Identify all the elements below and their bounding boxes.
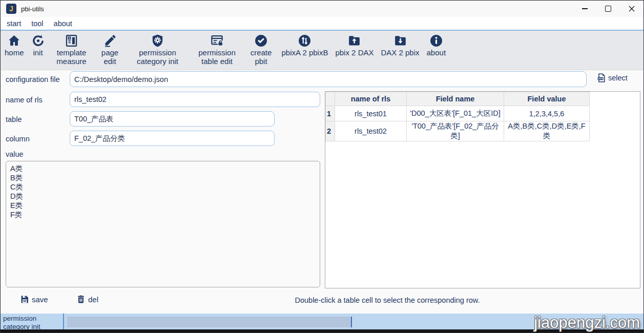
toolbar-init[interactable]: init (31, 34, 45, 57)
row-number: 2 (326, 121, 335, 141)
template-measure-icon (65, 34, 78, 48)
pbix-2-dax-icon (347, 34, 361, 48)
save-button[interactable]: save (20, 295, 48, 304)
close-button[interactable] (620, 1, 643, 17)
watermark: jiaopengzi.com (534, 314, 640, 331)
status-task-label: permission category init (3, 315, 60, 330)
header-field-name: Field name (407, 92, 504, 106)
config-file-label: configuration file (6, 75, 60, 84)
page-edit-icon (103, 34, 117, 48)
toolbar-page-edit[interactable]: page edit (98, 34, 122, 66)
app-icon: J (6, 4, 16, 14)
table-row: 1 rls_test01 'D00_大区表'[F_01_大区ID] 1,2,3,… (326, 106, 590, 121)
toolbar-create-pbit[interactable]: create pbit (248, 34, 275, 66)
toolbar-home[interactable]: home (5, 34, 24, 57)
select-file-button[interactable]: JSON select (596, 73, 628, 83)
del-label: del (88, 295, 98, 304)
toolbar-dax-2-pbix[interactable]: DAX 2 pbix (381, 34, 419, 57)
app-icon-letter: J (9, 5, 13, 13)
minimize-button[interactable] (573, 1, 596, 17)
double-click-hint: Double-click a table cell to select the … (295, 296, 480, 304)
menu-bar: start tool about (1, 17, 643, 30)
toolbar-pbix-2-dax[interactable]: pbix 2 DAX (335, 34, 373, 57)
toolbar-about[interactable]: about (427, 34, 446, 57)
about-icon (429, 34, 443, 48)
table-row: 2 rls_test02 'T00_产品表'[F_02_产品分类] A类,B类,… (326, 121, 590, 141)
header-name-of-rls: name of rls (335, 92, 407, 106)
value-label: value (6, 150, 24, 158)
cell-name-of-rls[interactable]: rls_test02 (335, 121, 407, 141)
rls-table-panel: name of rls Field name Field value 1 rls… (325, 91, 640, 288)
svg-text:JSON: JSON (598, 78, 604, 80)
toolbar-permission-table-edit[interactable]: permission table edit (194, 34, 241, 66)
table-input[interactable] (70, 111, 275, 127)
toolbar-permission-category-init[interactable]: permission category init (129, 34, 186, 66)
rls-table: name of rls Field name Field value 1 rls… (325, 92, 590, 141)
app-window: J pbi-utils start tool about home init t… (0, 0, 644, 333)
select-label: select (608, 74, 628, 82)
rls-name-input[interactable] (70, 92, 320, 107)
rls-name-label: name of rls (6, 96, 43, 104)
corner-cell (326, 92, 335, 106)
table-header-row: name of rls Field name Field value (326, 92, 590, 106)
cell-field-value[interactable]: A类,B类,C类,D类,E类,F类 (504, 121, 590, 141)
permission-table-edit-icon (210, 34, 224, 48)
title-bar: J pbi-utils (1, 1, 643, 17)
column-label: column (6, 135, 30, 143)
cell-name-of-rls[interactable]: rls_test01 (335, 106, 407, 121)
trash-icon (76, 295, 86, 304)
table-label: table (6, 115, 22, 123)
menu-about[interactable]: about (49, 19, 77, 28)
toolbar-pbixa-2-pbixb[interactable]: pbixA 2 pbixB (282, 34, 328, 57)
init-icon (31, 34, 45, 48)
save-icon (20, 295, 29, 304)
minimize-icon (582, 8, 588, 9)
cell-field-value[interactable]: 1,2,3,4,5,6 (504, 106, 590, 121)
value-textarea[interactable]: A类 B类 C类 D类 E类 F类 (6, 161, 320, 287)
maximize-icon (605, 6, 611, 12)
header-field-value: Field value (504, 92, 590, 106)
json-file-icon: JSON (596, 73, 607, 83)
del-button[interactable]: del (76, 295, 98, 304)
save-label: save (32, 295, 48, 304)
progress-bar (67, 317, 351, 327)
toolbar-template-measure[interactable]: template measure (52, 34, 91, 66)
column-input[interactable] (70, 131, 275, 146)
permission-category-init-icon (151, 34, 164, 48)
window-controls (573, 1, 643, 17)
dax-2-pbix-icon (393, 34, 407, 48)
create-pbit-icon (254, 34, 268, 48)
pbixa-2-pbixb-icon (298, 34, 311, 48)
close-icon (629, 6, 635, 12)
window-title: pbi-utils (21, 5, 44, 13)
config-file-input[interactable] (70, 71, 587, 87)
home-icon (7, 34, 21, 48)
menu-tool[interactable]: tool (26, 19, 48, 28)
row-number: 1 (326, 106, 335, 121)
toolbar: home init template measure page edit per… (1, 31, 643, 71)
menu-start[interactable]: start (2, 19, 26, 28)
cell-field-name[interactable]: 'T00_产品表'[F_02_产品分类] (407, 121, 504, 141)
maximize-button[interactable] (596, 1, 620, 17)
cell-field-name[interactable]: 'D00_大区表'[F_01_大区ID] (407, 106, 504, 121)
